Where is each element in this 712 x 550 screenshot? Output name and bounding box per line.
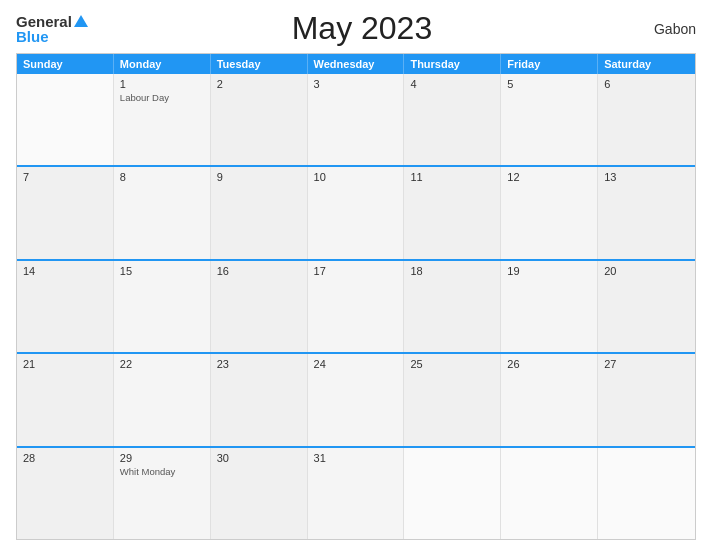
day-number: 10 [314,171,398,183]
week-row: 2829Whit Monday3031 [17,446,695,539]
day-number: 11 [410,171,494,183]
day-cell: 12 [501,167,598,258]
day-number: 13 [604,171,689,183]
day-cell: 26 [501,354,598,445]
week-row: 1Labour Day23456 [17,74,695,165]
day-number: 6 [604,78,689,90]
day-number: 27 [604,358,689,370]
day-number: 17 [314,265,398,277]
header: General Blue May 2023 Gabon [16,10,696,47]
week-row: 21222324252627 [17,352,695,445]
day-cell: 19 [501,261,598,352]
logo-general-text: General [16,14,72,29]
day-cell: 20 [598,261,695,352]
day-number: 2 [217,78,301,90]
day-cell: 8 [114,167,211,258]
day-number: 29 [120,452,204,464]
day-cell: 23 [211,354,308,445]
day-cell: 9 [211,167,308,258]
day-cell: 5 [501,74,598,165]
day-cell: 16 [211,261,308,352]
day-cell: 29Whit Monday [114,448,211,539]
day-number: 26 [507,358,591,370]
day-of-week-header: Wednesday [308,54,405,74]
day-cell: 31 [308,448,405,539]
day-of-week-header: Tuesday [211,54,308,74]
day-cell [17,74,114,165]
day-cell: 30 [211,448,308,539]
day-cell: 15 [114,261,211,352]
country-label: Gabon [636,21,696,37]
day-of-week-header: Thursday [404,54,501,74]
day-cell: 18 [404,261,501,352]
day-number: 16 [217,265,301,277]
day-event: Labour Day [120,92,204,103]
day-cell [404,448,501,539]
logo-triangle-icon [74,15,88,27]
day-number: 25 [410,358,494,370]
day-cell: 27 [598,354,695,445]
day-cell: 11 [404,167,501,258]
day-cell: 17 [308,261,405,352]
day-number: 18 [410,265,494,277]
month-title: May 2023 [88,10,636,47]
day-cell: 7 [17,167,114,258]
logo: General Blue [16,14,88,44]
day-number: 23 [217,358,301,370]
day-cell: 21 [17,354,114,445]
day-cell: 22 [114,354,211,445]
day-cell: 2 [211,74,308,165]
day-number: 31 [314,452,398,464]
day-cell [501,448,598,539]
day-cell: 24 [308,354,405,445]
day-number: 1 [120,78,204,90]
day-cell: 13 [598,167,695,258]
day-cell: 10 [308,167,405,258]
day-number: 5 [507,78,591,90]
week-row: 78910111213 [17,165,695,258]
day-cell: 14 [17,261,114,352]
day-number: 30 [217,452,301,464]
day-number: 8 [120,171,204,183]
day-of-week-header: Sunday [17,54,114,74]
logo-blue-text: Blue [16,29,49,44]
day-number: 3 [314,78,398,90]
week-row: 14151617181920 [17,259,695,352]
day-number: 22 [120,358,204,370]
day-of-week-header: Friday [501,54,598,74]
calendar-header: SundayMondayTuesdayWednesdayThursdayFrid… [17,54,695,74]
day-number: 12 [507,171,591,183]
day-cell: 6 [598,74,695,165]
day-number: 20 [604,265,689,277]
day-cell [598,448,695,539]
day-number: 21 [23,358,107,370]
day-number: 9 [217,171,301,183]
day-number: 15 [120,265,204,277]
day-cell: 25 [404,354,501,445]
day-number: 14 [23,265,107,277]
day-of-week-header: Saturday [598,54,695,74]
day-number: 7 [23,171,107,183]
day-cell: 1Labour Day [114,74,211,165]
calendar-weeks: 1Labour Day23456789101112131415161718192… [17,74,695,539]
day-number: 19 [507,265,591,277]
day-number: 28 [23,452,107,464]
calendar-grid: SundayMondayTuesdayWednesdayThursdayFrid… [16,53,696,540]
day-event: Whit Monday [120,466,204,477]
day-cell: 3 [308,74,405,165]
day-cell: 4 [404,74,501,165]
day-number: 24 [314,358,398,370]
day-number: 4 [410,78,494,90]
calendar-page: General Blue May 2023 Gabon SundayMonday… [0,0,712,550]
day-cell: 28 [17,448,114,539]
day-of-week-header: Monday [114,54,211,74]
